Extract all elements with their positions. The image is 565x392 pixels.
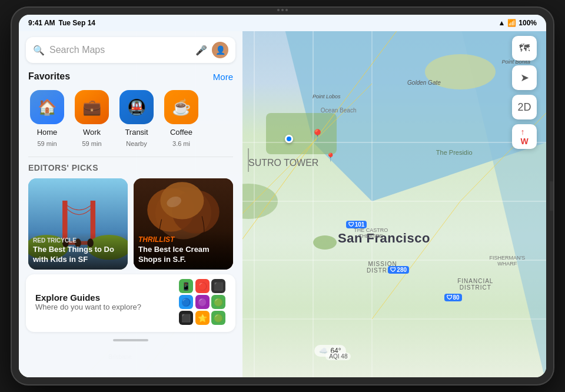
coffee-icon: ☕ xyxy=(164,90,198,124)
explore-guides-title: Explore Guides xyxy=(35,293,172,303)
top-dots xyxy=(277,9,288,11)
scroll-indicator xyxy=(113,339,148,341)
search-bar[interactable]: 🔍 Search Maps 🎤 👤 xyxy=(26,37,235,63)
favorite-item-home[interactable]: 🏠 Home 59 min xyxy=(26,88,68,150)
status-left: 9:41 AM Tue Sep 14 xyxy=(28,19,95,27)
editors-picks-title: Editors' Picks xyxy=(28,163,233,172)
work-time: 59 min xyxy=(82,140,101,147)
status-time: 9:41 AM xyxy=(28,19,55,27)
my-location-button[interactable]: ➤ xyxy=(512,65,537,90)
work-label: Work xyxy=(83,128,101,137)
favorites-title: Favorites xyxy=(28,71,70,82)
compass-button[interactable]: ↑W xyxy=(512,124,537,149)
favorites-header: Favorites More xyxy=(19,67,242,85)
ipad-screen: 9:41 AM Tue Sep 14 ▲ 📶 100% xyxy=(19,15,546,377)
card-source-red-tricycle: Red Tricycle xyxy=(33,237,123,244)
freeway-280: 🛡280 xyxy=(388,266,409,274)
explore-icon-2: 🔴 xyxy=(195,279,210,293)
transit-icon: 🚇 xyxy=(119,90,154,124)
home-button[interactable] xyxy=(550,181,553,211)
status-right: ▲ 📶 100% xyxy=(498,19,537,27)
battery-status: 100% xyxy=(519,19,537,27)
freeway-101: 🛡101 xyxy=(346,221,367,228)
explore-icon-9: 🟢 xyxy=(211,311,225,325)
explore-icon-7: ⬛ xyxy=(179,311,193,325)
aqi-badge: AQI 48 xyxy=(325,353,351,360)
explore-icon-5: 🟣 xyxy=(195,295,210,309)
card-title-kids-sf: The Best Things to Do with Kids in SF xyxy=(33,245,123,265)
coffee-distance: 3.6 mi xyxy=(172,140,190,147)
location-arrow-icon: ➤ xyxy=(520,71,529,84)
svg-point-29 xyxy=(160,182,204,219)
svg-point-0 xyxy=(425,54,496,89)
card-overlay-icecream: thrillist The Best Ice Cream Shops in S.… xyxy=(134,231,233,270)
user-avatar[interactable]: 👤 xyxy=(212,42,228,58)
favorite-item-coffee[interactable]: ☕ Coffee 3.6 mi xyxy=(160,88,202,150)
compass-icon: ↑W xyxy=(520,127,528,146)
coffee-label: Coffee xyxy=(170,128,192,137)
status-bar: 9:41 AM Tue Sep 14 ▲ 📶 100% xyxy=(19,15,546,31)
status-date: Tue Sep 14 xyxy=(59,19,95,27)
svg-text:SUTRO TOWER: SUTRO TOWER xyxy=(248,158,318,168)
favorites-more-button[interactable]: More xyxy=(213,72,233,82)
favorites-row: 🏠 Home 59 min 💼 Work 59 min 🚇 Transit Ne… xyxy=(19,85,242,157)
explore-icon-3: ⬛ xyxy=(211,279,225,293)
home-time: 59 min xyxy=(37,140,56,147)
layers-icon: 🗺 xyxy=(519,42,530,55)
explore-icon-4: 🔵 xyxy=(179,295,193,309)
card-source-thrillist: thrillist xyxy=(138,235,228,244)
explore-text-container: Explore Guides Where do you want to expl… xyxy=(35,293,172,311)
home-icon: 🏠 xyxy=(30,90,64,124)
home-label: Home xyxy=(37,128,58,137)
explore-icons-grid: 📱 🔴 ⬛ 🔵 🟣 🟢 ⬛ ⭐ 🟢 xyxy=(179,279,226,325)
transit-sub: Nearby xyxy=(126,140,147,147)
favorite-item-work[interactable]: 💼 Work 59 min xyxy=(71,88,113,150)
editors-cards-container: Red Tricycle The Best Things to Do with … xyxy=(28,178,233,270)
work-icon: 💼 xyxy=(75,90,109,124)
search-input[interactable]: Search Maps xyxy=(49,45,191,55)
explore-icon-8: ⭐ xyxy=(195,311,210,325)
editors-card-icecream[interactable]: thrillist The Best Ice Cream Shops in S.… xyxy=(134,178,233,270)
microphone-icon[interactable]: 🎤 xyxy=(195,45,207,56)
wifi-icon: 📶 xyxy=(507,19,516,27)
explore-icon-1: 📱 xyxy=(179,279,193,293)
explore-guides-section[interactable]: Explore Guides Where do you want to expl… xyxy=(26,274,235,332)
svg-rect-1 xyxy=(266,113,337,154)
golden-gate-park-pin: 📍 xyxy=(310,128,325,142)
editors-picks-section: Editors' Picks xyxy=(19,157,242,274)
editors-card-kids-sf[interactable]: Red Tricycle The Best Things to Do with … xyxy=(28,178,128,270)
2d-label: 2D xyxy=(517,101,531,114)
explore-guides-subtitle: Where do you want to explore? xyxy=(35,303,172,311)
freeway-80: 🛡80 xyxy=(444,294,462,301)
location-icon: ▲ xyxy=(498,19,505,27)
explore-icon-6: 🟢 xyxy=(211,295,225,309)
search-icon: 🔍 xyxy=(33,45,45,56)
2d-button[interactable]: 2D xyxy=(512,95,537,119)
transit-label: Transit xyxy=(125,128,148,137)
favorite-item-transit[interactable]: 🚇 Transit Nearby xyxy=(115,88,158,150)
svg-point-14 xyxy=(313,235,337,250)
card-overlay-kids: Red Tricycle The Best Things to Do with … xyxy=(28,232,128,270)
map-controls: 🗺 ➤ 2D ↑W xyxy=(512,36,537,149)
ipad-frame: 9:41 AM Tue Sep 14 ▲ 📶 100% xyxy=(12,8,553,384)
sidebar-panel: 🔍 Search Maps 🎤 👤 Favorites More 🏠 Home … xyxy=(19,31,242,377)
map-layers-button[interactable]: 🗺 xyxy=(512,36,537,61)
card-title-icecream: The Best Ice Cream Shops in S.F. xyxy=(138,245,228,265)
de-young-pin: 📍 xyxy=(325,152,335,162)
